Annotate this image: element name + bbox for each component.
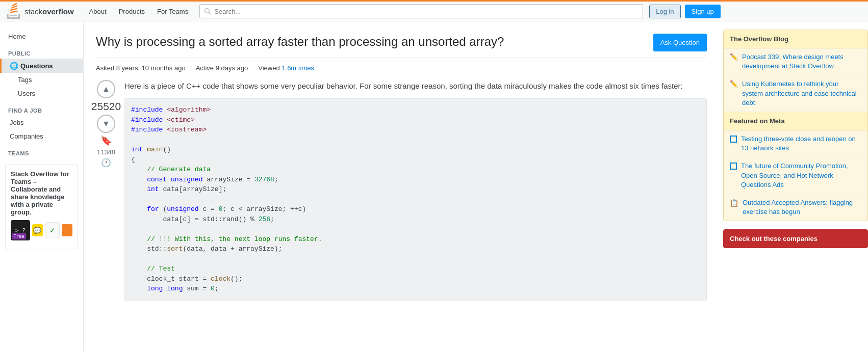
bookmark-button[interactable]: 🔖 xyxy=(100,135,112,146)
post-content: Here is a piece of C++ code that shows s… xyxy=(124,80,707,301)
sidebar-section-find-a-job: FIND A JOB xyxy=(0,100,83,116)
globe-icon: 🌐 xyxy=(10,62,18,70)
header: stackoverflow About Products For Teams L… xyxy=(0,0,868,21)
search-input[interactable] xyxy=(214,8,639,15)
orange-box xyxy=(62,224,72,236)
logo-text: stackoverflow xyxy=(24,7,74,16)
left-sidebar: Home PUBLIC 🌐 Questions Tags Users FIND … xyxy=(0,21,84,351)
logo[interactable]: stackoverflow xyxy=(6,3,74,19)
overflow-blog-widget: The Overflow Blog ✏️ Podcast 339: Where … xyxy=(723,30,868,221)
post-text: Here is a piece of C++ code that shows s… xyxy=(124,80,707,92)
notes-icon: 📋 xyxy=(730,199,738,207)
chat-icon: 💬 xyxy=(32,224,43,236)
bookmark-count: 11348 xyxy=(97,148,115,156)
nav-for-teams[interactable]: For Teams xyxy=(152,5,193,18)
question-body: ▲ 25520 ▼ 🔖 11348 🕐 Here is a piece of C… xyxy=(96,80,707,301)
pencil-icon-1: ✏️ xyxy=(730,53,738,61)
companies-title: Check out these companies xyxy=(724,230,867,248)
meta-item-2: The future of Community Promotion, Open … xyxy=(724,157,867,194)
main-content: Why is processing a sorted array faster … xyxy=(84,21,715,351)
companies-widget: Check out these companies xyxy=(723,229,868,248)
search-bar xyxy=(199,4,643,18)
checkbox-icon-2 xyxy=(730,163,737,170)
active-meta: Active 9 days ago xyxy=(196,64,248,72)
sidebar-item-companies[interactable]: Companies xyxy=(0,129,83,143)
nav-products[interactable]: Products xyxy=(114,5,150,18)
upvote-button[interactable]: ▲ xyxy=(97,80,115,98)
sidebar-home[interactable]: Home xyxy=(0,30,83,43)
blog-item-2: ✏️ Using Kubernetes to rethink your syst… xyxy=(724,75,867,112)
blog-link-2[interactable]: Using Kubernetes to rethink your system … xyxy=(742,79,861,107)
svg-line-6 xyxy=(209,13,211,15)
sidebar-item-tags[interactable]: Tags xyxy=(0,73,83,87)
pencil-icon-2: ✏️ xyxy=(730,80,738,88)
page-wrapper: Home PUBLIC 🌐 Questions Tags Users FIND … xyxy=(0,21,868,351)
sidebar-section-public: PUBLIC xyxy=(0,43,83,59)
svg-rect-0 xyxy=(10,15,17,16)
code-block: #include <algorithm> #include <ctime> #i… xyxy=(124,98,707,301)
viewed-meta: Viewed 1.6m times xyxy=(258,64,314,72)
terminal-icon: >_? Free xyxy=(11,220,30,240)
sidebar-item-users[interactable]: Users xyxy=(0,87,83,100)
main-nav: About Products For Teams xyxy=(84,5,193,18)
nav-about[interactable]: About xyxy=(84,5,112,18)
sidebar-teams-box: Stack Overflow for Teams – Collaborate a… xyxy=(5,165,78,250)
featured-meta-title: Featured on Meta xyxy=(724,112,867,130)
question-header: Why is processing a sorted array faster … xyxy=(96,34,707,58)
meta-item-3: 📋 Outdated Accepted Answers: flagging ex… xyxy=(724,194,867,221)
question-title: Why is processing a sorted array faster … xyxy=(96,34,645,49)
asked-meta: Asked 8 years, 10 months ago xyxy=(96,64,186,72)
sidebar-item-jobs[interactable]: Jobs xyxy=(0,116,83,129)
teams-illustration: >_? Free 💬 ✓ xyxy=(11,220,72,240)
sidebar-item-questions[interactable]: 🌐 Questions xyxy=(0,59,83,73)
meta-link-1[interactable]: Testing three-vote close and reopen on 1… xyxy=(741,134,861,153)
signup-button[interactable]: Sign up xyxy=(685,5,721,18)
check-item: ✓ xyxy=(45,222,60,238)
vote-count: 25520 xyxy=(91,100,121,113)
right-sidebar: The Overflow Blog ✏️ Podcast 339: Where … xyxy=(715,21,868,351)
vote-section: ▲ 25520 ▼ 🔖 11348 🕐 xyxy=(96,80,116,301)
stackoverflow-logo-icon xyxy=(6,3,22,19)
meta-link-3[interactable]: Outdated Accepted Answers: flagging exer… xyxy=(743,198,861,217)
svg-rect-2 xyxy=(10,8,18,11)
blog-link-1[interactable]: Podcast 339: Where design meets developm… xyxy=(742,52,861,71)
ask-question-button[interactable]: Ask Question xyxy=(653,34,707,51)
question-meta: Asked 8 years, 10 months ago Active 9 da… xyxy=(96,64,707,72)
checkbox-icon-1 xyxy=(730,136,737,143)
blog-widget-title: The Overflow Blog xyxy=(724,30,867,48)
meta-link-2[interactable]: The future of Community Promotion, Open … xyxy=(741,161,861,190)
teams-box-title: Stack Overflow for Teams – Collaborate a… xyxy=(11,170,72,216)
meta-item-1: Testing three-vote close and reopen on 1… xyxy=(724,130,867,157)
search-icon xyxy=(204,8,211,15)
downvote-button[interactable]: ▼ xyxy=(97,115,115,133)
header-buttons: Log in Sign up xyxy=(649,5,721,18)
history-button[interactable]: 🕐 xyxy=(101,158,111,168)
sidebar-section-teams: TEAMS xyxy=(0,143,83,158)
svg-rect-1 xyxy=(10,11,18,13)
login-button[interactable]: Log in xyxy=(649,5,680,18)
blog-item-1: ✏️ Podcast 339: Where design meets devel… xyxy=(724,48,867,75)
